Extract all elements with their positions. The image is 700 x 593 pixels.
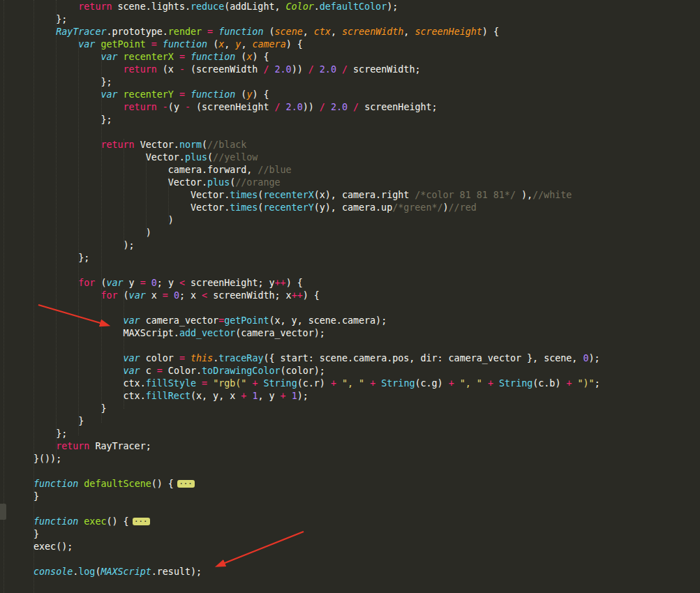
code-line[interactable]: } (0, 415, 700, 428)
code-line[interactable]: return (x - (screenWidth / 2.0)) / 2.0 /… (0, 63, 700, 76)
code-line[interactable]: }; (0, 428, 700, 440)
folded-code-badge[interactable]: ··· (133, 518, 150, 525)
code-line[interactable] (0, 302, 700, 315)
code-line[interactable]: }; (0, 252, 700, 264)
code-line[interactable]: var c = Color.toDrawingColor(color); (0, 365, 700, 377)
code-line[interactable]: var camera_vector=getPoint(x, y, scene.c… (0, 315, 700, 327)
code-line[interactable]: return -(y - (screenHeight / 2.0)) / 2.0… (0, 101, 700, 114)
code-line[interactable] (0, 126, 700, 139)
code-line[interactable]: var recenterY = function (y) { (0, 89, 700, 101)
code-line[interactable]: function exec() {··· (0, 516, 700, 528)
code-line[interactable]: }; (0, 114, 700, 126)
code-line[interactable]: var color = this.traceRay({ start: scene… (0, 352, 700, 365)
gutter-decoration (0, 504, 6, 520)
code-line[interactable]: Vector.times(recenterX(x), camera.right … (0, 189, 700, 202)
code-line[interactable]: }; (0, 76, 700, 89)
folded-code-badge[interactable]: ··· (177, 480, 195, 488)
code-line[interactable]: return RayTracer; (0, 440, 700, 453)
code-line[interactable]: console.log(MAXScript.result); (0, 566, 700, 578)
code-line[interactable] (0, 340, 700, 352)
code-line[interactable]: RayTracer.prototype.render = function (s… (0, 26, 700, 38)
code-line[interactable]: var recenterX = function (x) { (0, 51, 700, 63)
code-line[interactable]: for (var y = 0; y < screenHeight; y++) { (0, 277, 700, 290)
code-line[interactable]: camera.forward, //blue (0, 164, 700, 177)
code-line[interactable]: var getPoint = function (x, y, camera) { (0, 38, 700, 51)
code-line[interactable]: } (0, 528, 700, 541)
code-line[interactable] (0, 553, 700, 566)
code-line[interactable]: for (var x = 0; x < screenWidth; x++) { (0, 290, 700, 302)
code-line[interactable]: }; (0, 13, 700, 26)
code-line[interactable]: } (0, 403, 700, 415)
code-line[interactable]: ) (0, 214, 700, 227)
code-line[interactable]: MAXScript.add_vector(camera_vector); (0, 327, 700, 340)
code-line[interactable]: }()); (0, 453, 700, 465)
code-line[interactable]: } (0, 490, 700, 503)
code-line[interactable]: function defaultScene() {··· (0, 478, 700, 490)
code-line[interactable] (0, 264, 700, 277)
code-line[interactable] (0, 465, 700, 478)
code-line[interactable]: Vector.plus(//orange (0, 177, 700, 189)
code-line[interactable]: exec(); (0, 541, 700, 553)
code-line[interactable]: return Vector.norm(//black (0, 139, 700, 151)
code-line[interactable]: ) (0, 227, 700, 239)
code-line[interactable]: Vector.plus(//yellow (0, 151, 700, 164)
code-area[interactable]: return scene.lights.reduce(addLight, Col… (0, 1, 700, 578)
code-line[interactable]: ctx.fillStyle = "rgb(" + String(c.r) + "… (0, 377, 700, 390)
code-line[interactable]: Vector.times(recenterY(y), camera.up/*gr… (0, 202, 700, 214)
code-line[interactable] (0, 503, 700, 516)
code-line[interactable]: ); (0, 239, 700, 252)
code-line[interactable]: return scene.lights.reduce(addLight, Col… (0, 1, 700, 13)
code-line[interactable]: ctx.fillRect(x, y, x + 1, y + 1); (0, 390, 700, 403)
